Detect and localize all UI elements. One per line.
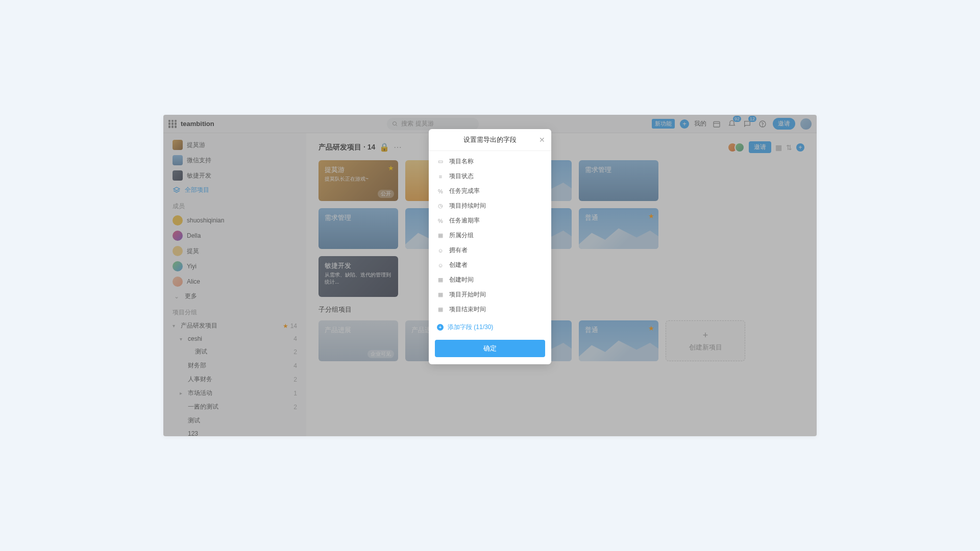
export-field-item[interactable]: ▦项目结束时间 bbox=[429, 302, 551, 317]
export-field-item[interactable]: ◷项目持续时间 bbox=[429, 198, 551, 213]
export-field-item[interactable]: ☺创建者 bbox=[429, 258, 551, 272]
add-field-button[interactable]: + 添加字段 (11/30) bbox=[429, 320, 551, 335]
export-field-item[interactable]: ☺拥有者 bbox=[429, 243, 551, 258]
field-type-icon: ☺ bbox=[437, 247, 444, 254]
export-field-item[interactable]: ▦创建时间 bbox=[429, 272, 551, 287]
field-type-icon: ☺ bbox=[437, 262, 444, 269]
export-field-item[interactable]: ▭项目名称 bbox=[429, 154, 551, 169]
export-field-item[interactable]: ▦所属分组 bbox=[429, 228, 551, 243]
field-type-icon: ▦ bbox=[437, 277, 444, 284]
field-type-icon: ▭ bbox=[437, 158, 444, 165]
modal-title: 设置需导出的字段 bbox=[463, 135, 517, 144]
export-field-item[interactable]: ▦项目开始时间 bbox=[429, 287, 551, 302]
field-type-icon: % bbox=[437, 188, 444, 195]
field-type-icon: ▦ bbox=[437, 306, 444, 313]
field-type-icon: ≡ bbox=[437, 173, 444, 180]
plus-icon: + bbox=[437, 324, 444, 331]
export-fields-modal: 设置需导出的字段 ✕ ▭项目名称≡项目状态%任务完成率◷项目持续时间%任务逾期率… bbox=[429, 129, 551, 364]
confirm-button[interactable]: 确定 bbox=[435, 340, 545, 357]
export-field-item[interactable]: %任务完成率 bbox=[429, 184, 551, 198]
field-type-icon: ▦ bbox=[437, 232, 444, 239]
close-icon[interactable]: ✕ bbox=[539, 136, 545, 144]
field-type-icon: ▦ bbox=[437, 291, 444, 298]
field-type-icon: ◷ bbox=[437, 203, 444, 210]
export-field-item[interactable]: %任务逾期率 bbox=[429, 213, 551, 228]
export-field-item[interactable]: ≡项目状态 bbox=[429, 169, 551, 184]
field-type-icon: % bbox=[437, 217, 444, 224]
